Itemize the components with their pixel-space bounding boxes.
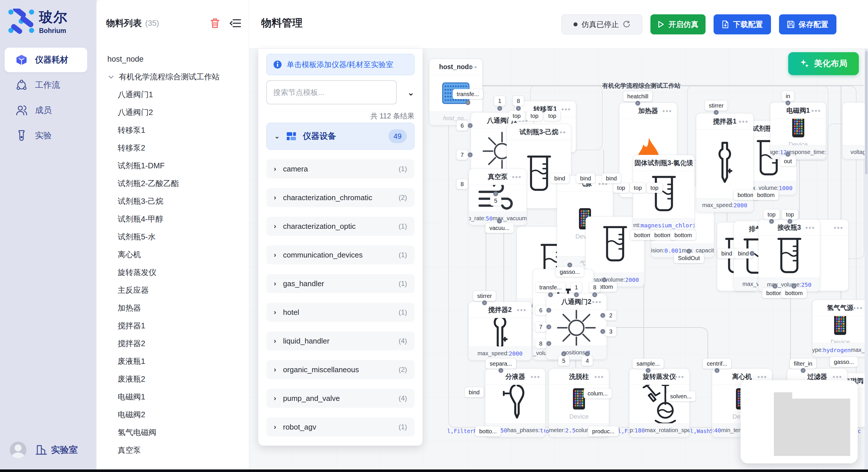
category-camera[interactable]: ›camera(1) — [267, 160, 414, 178]
tree-item-7[interactable]: 试剂瓶3-己烷 — [96, 193, 249, 210]
port-dot-icon[interactable]: › — [585, 351, 590, 357]
port-chip-stirrer[interactable]: stirrer — [473, 291, 496, 301]
search-input[interactable] — [267, 80, 397, 104]
node-menu-icon[interactable]: ••• — [811, 107, 821, 115]
port-dot-icon[interactable]: › — [687, 249, 691, 254]
port-chip-produc[interactable]: produc... — [588, 427, 619, 436]
node-menu-icon[interactable]: ••• — [854, 304, 863, 312]
port-chip-4[interactable]: 4 — [582, 356, 593, 366]
tree-item-19[interactable]: 电磁阀2 — [96, 406, 249, 424]
tree-item-root[interactable]: host_node — [96, 50, 249, 68]
port-dot-icon[interactable]: › — [497, 106, 502, 111]
category-liquid_handler[interactable]: ›liquid_handler(4) — [267, 332, 414, 350]
port-chip-5[interactable]: 5 — [558, 356, 569, 366]
node-八通阀门2[interactable]: 八通阀门2•••positions: 8 — [546, 294, 607, 360]
tree-item-8[interactable]: 试剂瓶4-甲醇 — [96, 210, 249, 228]
port-dot-icon[interactable]: › — [801, 368, 806, 373]
port-chip-2[interactable]: 2 — [605, 310, 616, 321]
port-chip-bind[interactable]: bind — [602, 173, 621, 183]
port-chip-filterin[interactable]: filter_in — [790, 359, 816, 369]
tree-item-18[interactable]: 电磁阀1 — [96, 388, 249, 406]
port-dot-icon[interactable]: › — [561, 351, 566, 357]
port-chip-solven[interactable]: solven... — [666, 392, 695, 401]
node-menu-icon[interactable]: ••• — [561, 105, 571, 113]
port-chip-1[interactable]: 1 — [494, 96, 505, 106]
port-chip-top[interactable]: top — [544, 111, 560, 121]
port-chip-heatchill[interactable]: heatchill — [623, 92, 652, 102]
port-dot-icon[interactable]: › — [574, 293, 579, 297]
download-config-button[interactable]: 下载配置 — [714, 14, 771, 34]
category-characterization_optic[interactable]: ›characterization_optic(1) — [267, 217, 414, 236]
port-dot-icon[interactable]: › — [786, 101, 790, 105]
port-chip-SolidOut[interactable]: SolidOut — [674, 253, 704, 263]
port-chip-bottom[interactable]: bottom — [753, 190, 778, 200]
port-chip-top[interactable]: top — [782, 210, 798, 220]
sidebar-item-2[interactable]: 工作流 — [5, 73, 87, 98]
tree-item-4[interactable]: 转移泵2 — [96, 139, 249, 157]
port-chip-top[interactable]: top — [508, 111, 525, 121]
port-chip-transfe[interactable]: transfe... — [453, 89, 483, 99]
port-dot-icon[interactable]: › — [547, 341, 551, 346]
port-chip-top[interactable]: top — [613, 183, 629, 193]
sidebar-item-4[interactable]: 实验 — [5, 123, 87, 148]
tree-item-13[interactable]: 加热器 — [96, 299, 249, 317]
sidebar-item-3[interactable]: 成员 — [5, 98, 87, 123]
category-hotel[interactable]: ›hotel(1) — [267, 303, 414, 322]
port-chip-7[interactable]: 7 — [535, 322, 546, 332]
port-dot-icon[interactable]: › — [786, 152, 790, 157]
tree-item-21[interactable]: 真空泵 — [96, 441, 249, 459]
tree-item-12[interactable]: 主反应器 — [96, 281, 249, 299]
category-communication_devices[interactable]: ›communication_devices(1) — [267, 245, 414, 264]
port-dot-icon[interactable]: › — [499, 368, 503, 373]
tree-item-20[interactable]: 氢气电磁阀 — [96, 424, 249, 441]
device-group-header[interactable]: ⌄ 仪器设备 49 — [267, 123, 414, 150]
port-dot-icon[interactable]: › — [547, 308, 551, 313]
port-dot-icon[interactable]: › — [750, 251, 755, 256]
category-gas_handler[interactable]: ›gas_handler(1) — [267, 274, 414, 293]
port-chip-colum[interactable]: colum... — [584, 389, 612, 399]
node-menu-icon[interactable]: ••• — [594, 373, 604, 381]
port-chip-bottom[interactable]: bottom — [781, 288, 807, 298]
port-chip-bind[interactable]: bind — [465, 387, 484, 398]
node-menu-icon[interactable]: ••• — [517, 306, 527, 314]
port-chip-6[interactable]: 6 — [535, 305, 546, 315]
port-chip-vacuu[interactable]: vacuu... — [485, 223, 514, 233]
node-氢气气源[interactable]: 氢气气源•••Device_type: hydrogen max_pre — [812, 300, 868, 357]
port-dot-icon[interactable]: › — [769, 219, 774, 224]
node-电磁阀1[interactable]: 电磁阀1•••Devicevoltage: 12 response_time: … — [770, 102, 826, 159]
node-旋转蒸发仪[interactable]: 旋转蒸发仪•••temp: 180 max_rotation_speed: — [629, 369, 689, 437]
port-chip-out[interactable]: out — [780, 156, 796, 166]
tree-item-11[interactable]: 旋转蒸发仪 — [96, 264, 249, 281]
tree-item-2[interactable]: 八通阀门2 — [96, 103, 249, 121]
port-dot-icon[interactable]: › — [468, 153, 473, 158]
port-chip-bind[interactable]: bind — [550, 173, 569, 183]
port-dot-icon[interactable]: › — [714, 110, 719, 115]
node-menu-icon[interactable]: ••• — [531, 373, 540, 381]
port-dot-icon[interactable]: › — [482, 301, 487, 305]
port-chip-top[interactable]: top — [646, 183, 662, 193]
port-chip-bind[interactable]: bind — [717, 248, 736, 259]
port-chip-botto[interactable]: botto... — [475, 427, 501, 436]
category-pump_and_valve[interactable]: ›pump_and_valve(4) — [267, 389, 414, 408]
port-chip-gasso[interactable]: gasso... — [556, 267, 584, 277]
tree-item-1[interactable]: 八通阀门1 — [96, 86, 249, 103]
port-chip-6[interactable]: 6 — [456, 121, 468, 131]
port-dot-icon[interactable]: › — [468, 123, 473, 128]
port-chip-8[interactable]: 8 — [589, 282, 600, 293]
save-config-button[interactable]: 保存配置 — [779, 14, 836, 34]
node-menu-icon[interactable]: ••• — [680, 159, 690, 167]
port-dot-icon[interactable]: › — [773, 284, 778, 289]
port-dot-icon[interactable]: › — [516, 106, 521, 111]
port-dot-icon[interactable]: › — [600, 329, 606, 334]
port-chip-in[interactable]: in — [782, 91, 794, 101]
node-menu-icon[interactable]: ••• — [675, 373, 685, 381]
node-menu-icon[interactable]: ••• — [805, 224, 815, 232]
port-dot-icon[interactable]: › — [497, 219, 502, 224]
port-chip-top[interactable]: top — [526, 111, 542, 121]
port-dot-icon[interactable]: › — [600, 313, 606, 318]
port-chip-separa[interactable]: separa... — [486, 359, 516, 369]
port-chip-8[interactable]: 8 — [535, 339, 546, 349]
port-dot-icon[interactable]: › — [592, 293, 597, 297]
port-dot-icon[interactable]: › — [646, 368, 651, 373]
refresh-icon[interactable] — [623, 21, 630, 28]
